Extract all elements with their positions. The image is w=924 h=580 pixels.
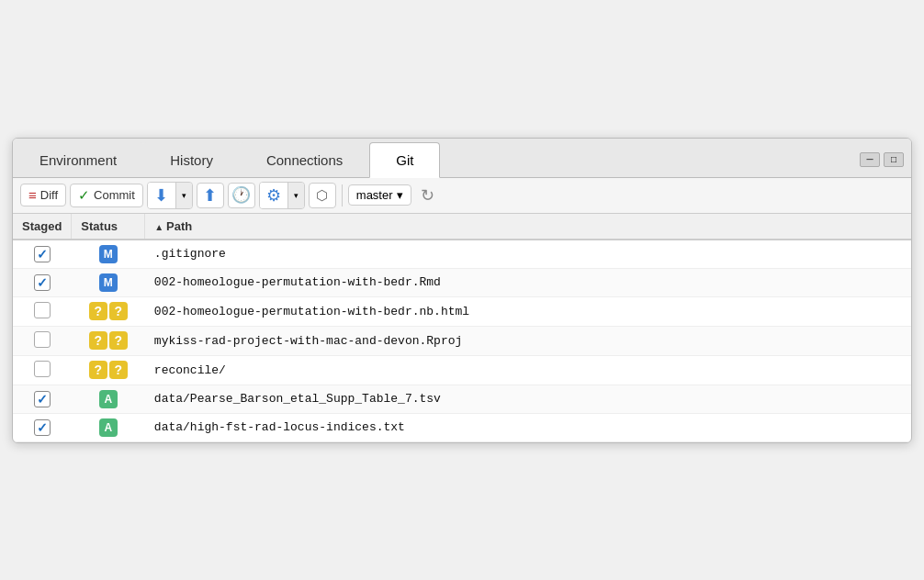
push-icon: ⬆ — [203, 185, 217, 206]
branch-network-icon: ⬡ — [316, 187, 328, 204]
tab-connections[interactable]: Connections — [240, 142, 369, 177]
commit-checkmark-icon: ✓ — [78, 187, 90, 204]
refresh-button[interactable]: ↻ — [415, 183, 441, 208]
staged-checkbox[interactable]: ✓ — [34, 391, 51, 407]
status-badge-untracked: ? — [89, 331, 107, 350]
status-cell: ?? — [72, 326, 145, 355]
pull-dropdown-arrow[interactable]: ▾ — [175, 183, 192, 208]
staged-checkbox[interactable] — [34, 331, 51, 348]
status-badge-modified: M — [99, 245, 118, 263]
status-badge-added: A — [99, 418, 118, 437]
branch-label: master — [356, 188, 393, 202]
staged-cell[interactable]: ✓ — [13, 268, 72, 296]
status-cell: M — [72, 268, 145, 296]
tab-spacer — [440, 142, 852, 177]
commit-button[interactable]: ✓ Commit — [70, 184, 143, 207]
window-controls: ─ □ — [852, 142, 911, 177]
path-cell: mykiss-rad-project-with-mac-and-devon.Rp… — [145, 326, 911, 355]
col-path[interactable]: Path — [145, 214, 911, 240]
refresh-icon: ↻ — [421, 185, 434, 206]
staged-cell[interactable]: ✓ — [13, 385, 72, 413]
file-table-container: Staged Status Path ✓M.gitignore✓M002-hom… — [13, 214, 911, 442]
staged-cell[interactable]: ✓ — [13, 413, 72, 441]
table-row: ??reconcile/ — [13, 355, 911, 385]
status-badge-untracked: ? — [109, 302, 128, 320]
pull-split-button[interactable]: ⬇ ▾ — [147, 182, 193, 209]
staged-cell[interactable] — [13, 326, 72, 355]
tab-environment[interactable]: Environment — [13, 142, 143, 177]
main-window: Environment History Connections Git ─ □ … — [12, 138, 912, 443]
path-cell: 002-homeologue-permutation-with-bedr.nb.… — [145, 296, 911, 326]
gear-icon: ⚙ — [266, 185, 281, 206]
staged-cell[interactable]: ✓ — [13, 240, 72, 269]
path-cell: .gitignore — [145, 240, 911, 269]
table-row: ✓Adata/high-fst-rad-locus-indices.txt — [13, 413, 911, 441]
table-row: ✓M002-homeologue-permutation-with-bedr.R… — [13, 268, 911, 296]
push-button[interactable]: ⬆ — [197, 183, 224, 208]
status-cell: ?? — [72, 296, 145, 326]
table-row: ??002-homeologue-permutation-with-bedr.n… — [13, 296, 911, 326]
status-badge-untracked: ? — [109, 361, 128, 379]
pull-icon: ⬇ — [154, 185, 168, 206]
staged-checkbox[interactable] — [34, 302, 51, 318]
status-badge-modified: M — [99, 273, 118, 292]
status-badge-added: A — [99, 390, 118, 408]
staged-cell[interactable] — [13, 355, 72, 385]
path-cell: data/Pearse_Barson_etal_Supp_Table_7.tsv — [145, 385, 911, 413]
path-cell: data/high-fst-rad-locus-indices.txt — [145, 413, 911, 441]
col-status[interactable]: Status — [72, 214, 145, 240]
commit-label: Commit — [94, 188, 135, 202]
staged-cell[interactable] — [13, 296, 72, 326]
staged-checkbox[interactable] — [34, 361, 51, 377]
status-badge-untracked: ? — [89, 361, 107, 379]
status-badge-untracked: ? — [109, 331, 128, 350]
diff-icon: ≡ — [28, 187, 37, 203]
table-row: ??mykiss-rad-project-with-mac-and-devon.… — [13, 326, 911, 355]
settings-split-button[interactable]: ⚙ ▾ — [259, 182, 305, 209]
toolbar-separator — [342, 184, 343, 206]
path-cell: reconcile/ — [145, 355, 911, 385]
maximize-button[interactable]: □ — [884, 152, 904, 167]
settings-button[interactable]: ⚙ — [260, 183, 287, 208]
status-cell: A — [72, 413, 145, 441]
branch-network-button[interactable]: ⬡ — [309, 183, 336, 208]
tab-history[interactable]: History — [143, 142, 240, 177]
history-button[interactable]: 🕐 — [228, 183, 255, 208]
pull-button[interactable]: ⬇ — [148, 183, 175, 208]
sort-asc-icon — [154, 219, 166, 233]
table-header-row: Staged Status Path — [13, 214, 911, 240]
settings-dropdown-arrow[interactable]: ▾ — [287, 183, 304, 208]
staged-checkbox[interactable]: ✓ — [34, 419, 51, 436]
branch-dropdown-arrow: ▾ — [397, 188, 403, 202]
status-cell: ?? — [72, 355, 145, 385]
branch-selector[interactable]: master ▾ — [348, 184, 411, 206]
toolbar: ≡ Diff ✓ Commit ⬇ ▾ ⬆ 🕐 ⚙ ▾ — [13, 178, 911, 214]
minimize-button[interactable]: ─ — [860, 152, 880, 167]
table-row: ✓Adata/Pearse_Barson_etal_Supp_Table_7.t… — [13, 385, 911, 413]
tab-bar: Environment History Connections Git ─ □ — [13, 139, 911, 178]
tab-git[interactable]: Git — [369, 142, 440, 178]
staged-checkbox[interactable]: ✓ — [34, 274, 51, 291]
staged-checkbox[interactable]: ✓ — [34, 246, 51, 262]
checkmark-icon: ✓ — [37, 392, 48, 407]
status-cell: A — [72, 385, 145, 413]
status-cell: M — [72, 240, 145, 269]
checkmark-icon: ✓ — [37, 420, 48, 435]
table-row: ✓M.gitignore — [13, 240, 911, 269]
clock-icon: 🕐 — [231, 185, 251, 205]
path-cell: 002-homeologue-permutation-with-bedr.Rmd — [145, 268, 911, 296]
checkmark-icon: ✓ — [37, 275, 48, 290]
status-badge-untracked: ? — [89, 302, 107, 320]
diff-button[interactable]: ≡ Diff — [20, 184, 66, 206]
checkmark-icon: ✓ — [37, 247, 48, 262]
col-staged[interactable]: Staged — [13, 214, 72, 240]
diff-label: Diff — [40, 188, 58, 202]
file-table: Staged Status Path ✓M.gitignore✓M002-hom… — [13, 214, 911, 442]
